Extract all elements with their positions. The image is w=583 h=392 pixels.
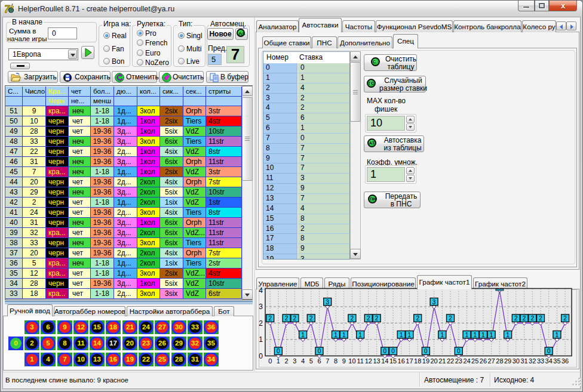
svg-text:3: 3 (326, 299, 329, 305)
svg-text:0: 0 (277, 348, 280, 354)
svg-text:1: 1 (277, 357, 280, 365)
svg-text:3: 3 (259, 303, 263, 311)
svg-text:12: 12 (365, 357, 372, 365)
svg-text:2: 2 (563, 315, 567, 322)
svg-text:17: 17 (406, 357, 413, 365)
svg-text:1: 1 (259, 335, 263, 344)
svg-text:0: 0 (268, 357, 272, 365)
svg-text:27: 27 (487, 357, 495, 365)
svg-text:22: 22 (447, 357, 454, 365)
svg-text:10: 10 (348, 357, 355, 365)
svg-text:0: 0 (318, 348, 321, 354)
svg-text:35: 35 (553, 357, 560, 365)
svg-text:2: 2 (351, 315, 354, 322)
svg-text:25: 25 (471, 357, 478, 365)
svg-text:13: 13 (373, 357, 380, 365)
svg-text:0: 0 (547, 348, 551, 354)
svg-text:11: 11 (357, 357, 363, 365)
svg-text:23: 23 (455, 357, 462, 365)
svg-text:2: 2 (375, 315, 379, 322)
svg-text:1: 1 (441, 332, 444, 338)
svg-text:2: 2 (514, 315, 518, 322)
svg-text:24: 24 (463, 357, 470, 365)
svg-text:16: 16 (398, 357, 405, 365)
svg-text:0: 0 (391, 348, 395, 354)
svg-text:31: 31 (520, 357, 527, 365)
svg-text:4: 4 (259, 286, 263, 295)
svg-text:2: 2 (416, 315, 419, 322)
svg-text:2: 2 (309, 315, 313, 322)
svg-text:4: 4 (301, 357, 305, 365)
svg-text:1: 1 (400, 332, 403, 338)
svg-text:2: 2 (530, 315, 534, 322)
svg-text:0: 0 (383, 348, 387, 354)
svg-text:2: 2 (285, 357, 289, 365)
svg-text:6: 6 (317, 357, 321, 365)
svg-text:2: 2 (285, 315, 289, 322)
svg-text:36: 36 (561, 357, 569, 365)
svg-text:1: 1 (481, 332, 485, 338)
svg-text:2: 2 (523, 315, 526, 322)
svg-text:26: 26 (480, 357, 487, 365)
svg-text:1: 1 (301, 332, 305, 338)
svg-text:1: 1 (473, 332, 477, 338)
svg-text:0: 0 (457, 348, 461, 354)
svg-text:32: 32 (529, 357, 536, 365)
svg-text:18: 18 (414, 357, 421, 365)
svg-text:5: 5 (309, 357, 313, 365)
svg-text:1: 1 (465, 332, 469, 338)
svg-text:34: 34 (545, 357, 553, 365)
svg-text:28: 28 (496, 357, 503, 365)
svg-text:9: 9 (342, 357, 346, 365)
svg-text:0: 0 (259, 352, 263, 360)
svg-text:15: 15 (389, 357, 397, 365)
svg-text:1: 1 (408, 332, 412, 338)
svg-text:8: 8 (334, 357, 337, 365)
svg-text:1: 1 (490, 332, 493, 338)
svg-text:2: 2 (539, 315, 542, 322)
svg-text:21: 21 (438, 357, 446, 365)
svg-text:7: 7 (326, 357, 329, 365)
svg-text:29: 29 (504, 357, 511, 365)
svg-text:1: 1 (556, 332, 559, 338)
svg-text:3: 3 (432, 299, 436, 305)
svg-text:2: 2 (449, 315, 452, 322)
svg-text:20: 20 (430, 357, 437, 365)
svg-text:1: 1 (506, 332, 510, 338)
svg-text:2: 2 (293, 315, 297, 322)
svg-text:0: 0 (424, 348, 428, 354)
svg-text:2: 2 (268, 315, 272, 322)
svg-text:1: 1 (334, 332, 337, 338)
svg-text:2: 2 (259, 319, 263, 328)
svg-text:14: 14 (381, 357, 388, 365)
svg-text:33: 33 (537, 357, 544, 365)
svg-text:1: 1 (342, 332, 346, 338)
svg-text:30: 30 (513, 357, 520, 365)
svg-text:19: 19 (422, 357, 429, 365)
svg-text:1: 1 (358, 332, 362, 338)
svg-text:2: 2 (367, 315, 370, 322)
svg-text:3: 3 (293, 357, 296, 365)
